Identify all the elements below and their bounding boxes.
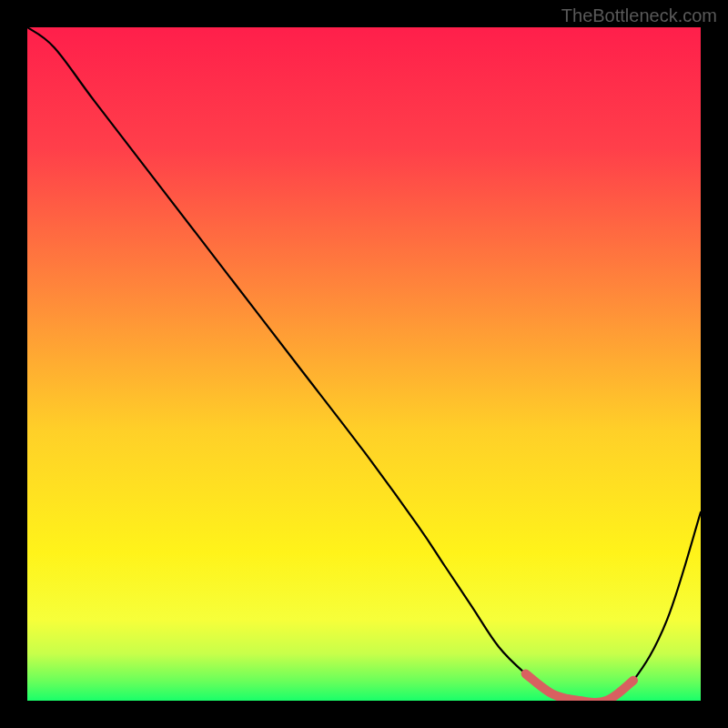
chart-highlight-segment	[27, 27, 701, 701]
watermark-text: TheBottleneck.com	[561, 5, 717, 26]
chart-plot-area	[27, 27, 701, 701]
